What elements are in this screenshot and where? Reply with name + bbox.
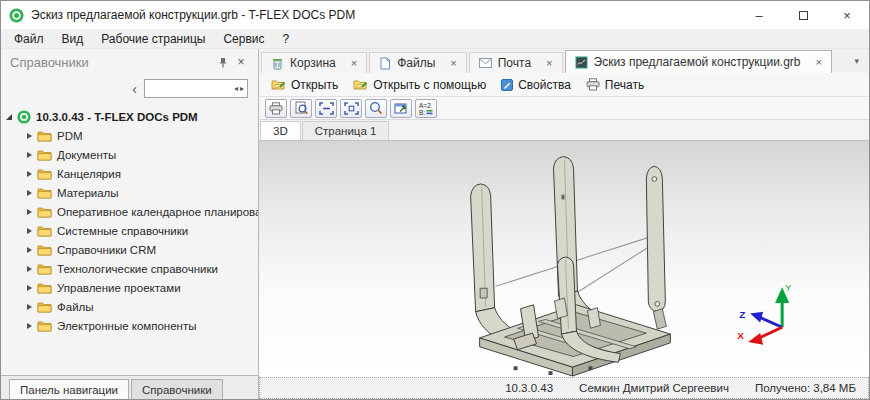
tree-item-label: Материалы: [57, 187, 119, 199]
collapsed-arrow-icon[interactable]: [27, 304, 32, 310]
mail-icon: [479, 58, 492, 68]
maximize-button[interactable]: [781, 1, 825, 29]
folder-icon: [37, 320, 52, 332]
collapsed-arrow-icon[interactable]: [27, 171, 32, 177]
tree-item-label: Канцелярия: [57, 168, 121, 180]
print-icon-button[interactable]: [265, 99, 287, 118]
menu-view[interactable]: Вид: [53, 30, 93, 48]
menu-help[interactable]: ?: [274, 30, 299, 48]
tab-close-icon[interactable]: ×: [546, 57, 552, 69]
reference-tree: 10.3.0.43 - T-FLEX DOCs PDM PDM Документ…: [1, 102, 258, 375]
tab-label: Почта: [498, 56, 531, 70]
open-with-button-label: Открыть с помощью: [373, 78, 486, 92]
tree-root[interactable]: 10.3.0.43 - T-FLEX DOCs PDM: [6, 107, 258, 126]
folder-icon: [37, 206, 52, 218]
tree-item-office[interactable]: Канцелярия: [6, 164, 258, 183]
tab-recycle-bin[interactable]: Корзина ×: [261, 52, 367, 73]
status-received: Получено: 3,84 МБ: [755, 382, 856, 394]
axis-x-label: X: [737, 330, 744, 341]
tab-files[interactable]: Файлы ×: [369, 52, 467, 73]
folder-icon: [37, 187, 52, 199]
tab-label: Эскиз предлагаемой конструкции.grb: [594, 55, 801, 69]
properties-button[interactable]: Свойства: [495, 76, 577, 94]
tree-item-label: Документы: [57, 149, 116, 161]
status-version: 10.3.0.43: [505, 382, 553, 394]
tab-list-dropdown-icon[interactable]: ▾: [854, 56, 869, 66]
tab-page1[interactable]: Страница 1: [302, 121, 390, 140]
tree-item-pdm[interactable]: PDM: [6, 126, 258, 145]
tab-sketch-document[interactable]: Эскиз предлагаемой конструкции.grb ×: [565, 50, 832, 73]
tree-item-label: Технологические справочники: [57, 263, 218, 275]
axis-y-label: Y: [785, 283, 791, 293]
collapsed-arrow-icon[interactable]: [27, 323, 32, 329]
collapsed-arrow-icon[interactable]: [27, 266, 32, 272]
status-user: Семкин Дмитрий Сергеевич: [579, 382, 729, 394]
orientation-axes: Y Z X: [737, 283, 791, 345]
open-button[interactable]: Открыть: [265, 76, 344, 94]
document-pane: Корзина × Файлы × Почта × Эскиз предлага…: [259, 49, 869, 399]
menu-work-pages[interactable]: Рабочие страницы: [92, 30, 214, 48]
tab-mail[interactable]: Почта ×: [469, 52, 563, 73]
search-box: ◂ ▸: [144, 79, 248, 98]
folder-icon: [37, 130, 52, 142]
collapsed-arrow-icon[interactable]: [27, 285, 32, 291]
expanded-arrow-icon[interactable]: [6, 114, 12, 120]
preview-icon-button[interactable]: [290, 99, 312, 118]
tab-3d[interactable]: 3D: [260, 121, 301, 140]
variables-icon-button[interactable]: A=2B:: [415, 99, 437, 118]
trash-icon: [271, 57, 284, 70]
open-folder-icon: [271, 78, 286, 91]
tree-item-documents[interactable]: Документы: [6, 145, 258, 164]
model-viewport: Y Z X: [259, 140, 869, 377]
collapse-chevron-icon[interactable]: ‹: [132, 82, 137, 96]
tree-item-materials[interactable]: Материалы: [6, 183, 258, 202]
tab-close-icon[interactable]: ×: [351, 57, 357, 69]
fit-page-icon-button[interactable]: [340, 99, 362, 118]
print-button[interactable]: Печать: [580, 76, 650, 94]
tree-item-system-refs[interactable]: Системные справочники: [6, 221, 258, 240]
tree-item-crm-refs[interactable]: Справочники CRM: [6, 240, 258, 259]
view-toolbar: A=2B:: [259, 97, 869, 120]
tree-item-label: Управление проектами: [57, 282, 181, 294]
sidebar-header: Справочники ×: [1, 49, 258, 75]
close-button[interactable]: ×: [825, 1, 869, 29]
tab-close-icon[interactable]: ×: [816, 56, 822, 68]
grb-doc-icon: [575, 56, 588, 69]
3d-model-canvas[interactable]: Y Z X: [259, 141, 869, 377]
open-button-label: Открыть: [291, 78, 338, 92]
tree-item-files[interactable]: Файлы: [6, 297, 258, 316]
tree-item-electronic[interactable]: Электронные компоненты: [6, 316, 258, 335]
tree-item-tech-refs[interactable]: Технологические справочники: [6, 259, 258, 278]
folder-icon: [37, 244, 52, 256]
document-tab-bar: Корзина × Файлы × Почта × Эскиз предлага…: [259, 49, 869, 73]
search-input[interactable]: [148, 83, 233, 95]
app-icon: [9, 8, 24, 23]
print-button-label: Печать: [605, 78, 644, 92]
maximize-icon: [799, 11, 808, 20]
folder-icon: [37, 225, 52, 237]
open-with-button[interactable]: Открыть с помощью: [347, 76, 492, 94]
pin-icon[interactable]: [214, 57, 232, 68]
tab-close-icon[interactable]: ×: [450, 57, 456, 69]
open-in-window-icon-button[interactable]: [390, 99, 412, 118]
tab-navigation-panel[interactable]: Панель навигации: [9, 379, 129, 399]
sidebar-close-icon[interactable]: ×: [232, 55, 250, 69]
properties-button-label: Свойства: [518, 78, 571, 92]
collapsed-arrow-icon[interactable]: [27, 190, 32, 196]
tree-item-planning[interactable]: Оперативное календарное планирование: [6, 202, 258, 221]
minimize-button[interactable]: –: [737, 1, 781, 29]
collapsed-arrow-icon[interactable]: [27, 228, 32, 234]
menu-service[interactable]: Сервис: [214, 30, 273, 48]
spin-right-icon[interactable]: ▸: [239, 85, 245, 93]
fit-width-icon-button[interactable]: [315, 99, 337, 118]
tree-item-projects[interactable]: Управление проектами: [6, 278, 258, 297]
menu-file[interactable]: Файл: [5, 30, 53, 48]
collapsed-arrow-icon[interactable]: [27, 133, 32, 139]
collapsed-arrow-icon[interactable]: [27, 209, 32, 215]
sidebar-title: Справочники: [10, 55, 214, 70]
zoom-icon-button[interactable]: [365, 99, 387, 118]
collapsed-arrow-icon[interactable]: [27, 152, 32, 158]
collapsed-arrow-icon[interactable]: [27, 247, 32, 253]
tab-references[interactable]: Справочники: [131, 379, 223, 399]
main-area: Справочники × ‹ ◂ ▸: [1, 49, 869, 399]
